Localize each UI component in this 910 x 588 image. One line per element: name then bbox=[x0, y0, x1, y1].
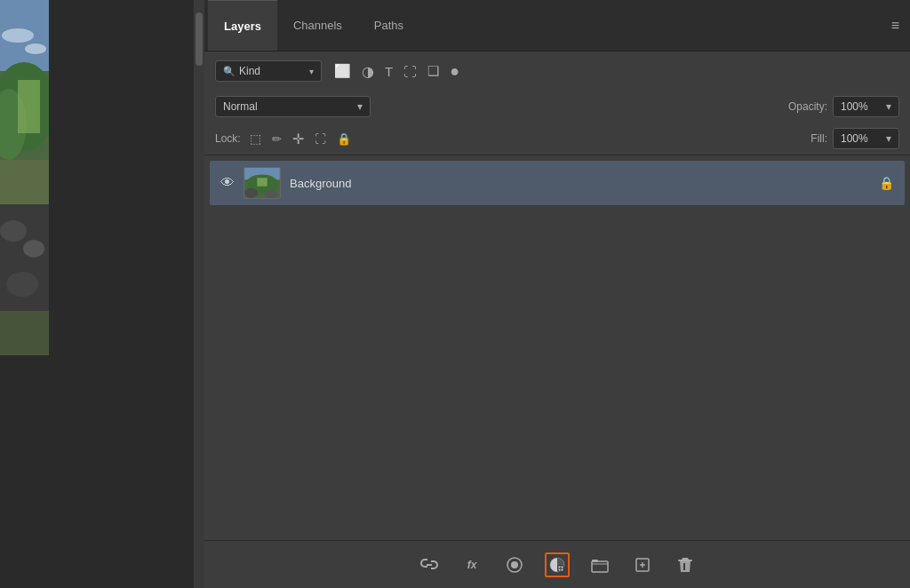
panel-tabs: Layers Channels Paths ≡ bbox=[204, 0, 910, 52]
svg-point-9 bbox=[0, 220, 27, 242]
left-panel bbox=[0, 0, 204, 588]
filter-image-icon[interactable]: ⬜ bbox=[334, 63, 351, 79]
delete-layer-button[interactable] bbox=[673, 552, 698, 577]
svg-rect-28 bbox=[592, 560, 598, 562]
opacity-dropdown[interactable]: 100% ▾ bbox=[833, 96, 899, 117]
lock-label: Lock: bbox=[215, 132, 241, 145]
lock-move-icon[interactable]: ✛ bbox=[292, 131, 304, 147]
blend-mode-row: Normal ▾ Opacity: 100% ▾ bbox=[204, 91, 910, 123]
lock-all-icon[interactable]: 🔒 bbox=[337, 132, 351, 146]
filter-dot-icon[interactable]: ● bbox=[450, 62, 459, 81]
layer-thumbnail bbox=[243, 167, 281, 199]
svg-point-20 bbox=[511, 561, 518, 568]
search-icon: 🔍 bbox=[223, 66, 235, 77]
lock-paint-icon[interactable]: ✏ bbox=[272, 132, 282, 146]
layer-lock-icon: 🔒 bbox=[879, 176, 894, 190]
svg-rect-8 bbox=[0, 160, 49, 204]
svg-point-2 bbox=[2, 28, 34, 43]
new-layer-button[interactable] bbox=[630, 552, 655, 577]
scrollbar-thumb[interactable] bbox=[196, 12, 203, 66]
link-layers-button[interactable] bbox=[417, 552, 442, 577]
svg-rect-16 bbox=[257, 178, 267, 186]
fill-dropdown-arrow: ▾ bbox=[886, 132, 891, 145]
opacity-group: Opacity: 100% ▾ bbox=[788, 96, 899, 117]
fx-icon: fx bbox=[467, 559, 477, 571]
layers-panel: Layers Channels Paths ≡ 🔍 Kind ▾ ⬜ ◑ T ⛶… bbox=[204, 0, 910, 588]
lock-icons: ⬚ ✏ ✛ ⛶ 🔒 bbox=[250, 131, 351, 147]
filter-kind-dropdown[interactable]: 🔍 Kind ▾ bbox=[215, 60, 322, 82]
new-fill-adjustment-button[interactable] bbox=[545, 552, 570, 577]
filter-shape-icon[interactable]: ⛶ bbox=[403, 64, 417, 79]
svg-rect-6 bbox=[18, 80, 40, 133]
add-mask-button[interactable] bbox=[502, 552, 527, 577]
fill-label: Fill: bbox=[810, 132, 827, 145]
svg-point-3 bbox=[25, 44, 46, 54]
opacity-label: Opacity: bbox=[788, 100, 827, 113]
panel-menu-button[interactable]: ≡ bbox=[884, 11, 906, 41]
layer-list: 👁 Background 🔒 bbox=[204, 155, 910, 540]
layer-item[interactable]: 👁 Background 🔒 bbox=[210, 161, 905, 205]
scrollbar[interactable] bbox=[194, 0, 204, 588]
lock-row: Lock: ⬚ ✏ ✛ ⛶ 🔒 Fill: 100% ▾ bbox=[204, 123, 910, 155]
fx-button[interactable]: fx bbox=[459, 552, 484, 577]
filter-smart-object-icon[interactable]: ❑ bbox=[427, 63, 439, 79]
fill-group: Fill: 100% ▾ bbox=[810, 128, 899, 149]
image-preview bbox=[0, 0, 49, 355]
filter-dropdown-arrow: ▾ bbox=[309, 67, 314, 76]
layer-name: Background bbox=[290, 177, 870, 190]
tab-channels[interactable]: Channels bbox=[277, 0, 358, 51]
blend-dropdown-arrow: ▾ bbox=[357, 100, 363, 113]
lock-artboard-icon[interactable]: ⛶ bbox=[315, 132, 326, 146]
filter-icons: ⬜ ◑ T ⛶ ❑ ● bbox=[334, 62, 459, 81]
svg-rect-32 bbox=[678, 560, 692, 561]
opacity-dropdown-arrow: ▾ bbox=[886, 100, 891, 113]
svg-point-11 bbox=[6, 272, 38, 297]
tab-layers[interactable]: Layers bbox=[208, 0, 277, 51]
svg-point-10 bbox=[23, 240, 44, 258]
fill-dropdown[interactable]: 100% ▾ bbox=[833, 128, 899, 149]
filter-type-icon[interactable]: T bbox=[385, 64, 393, 79]
bottom-toolbar: fx bbox=[204, 540, 910, 588]
svg-point-17 bbox=[244, 188, 258, 198]
layer-visibility-icon[interactable]: 👁 bbox=[220, 175, 235, 191]
tab-paths[interactable]: Paths bbox=[358, 0, 419, 51]
svg-rect-27 bbox=[592, 561, 608, 572]
blend-mode-dropdown[interactable]: Normal ▾ bbox=[215, 96, 371, 117]
new-group-button[interactable] bbox=[587, 552, 612, 577]
filter-adjustment-icon[interactable]: ◑ bbox=[362, 63, 374, 80]
lock-pixels-icon[interactable]: ⬚ bbox=[250, 131, 261, 146]
filter-row: 🔍 Kind ▾ ⬜ ◑ T ⛶ ❑ ● bbox=[204, 52, 910, 91]
svg-rect-12 bbox=[0, 311, 49, 355]
